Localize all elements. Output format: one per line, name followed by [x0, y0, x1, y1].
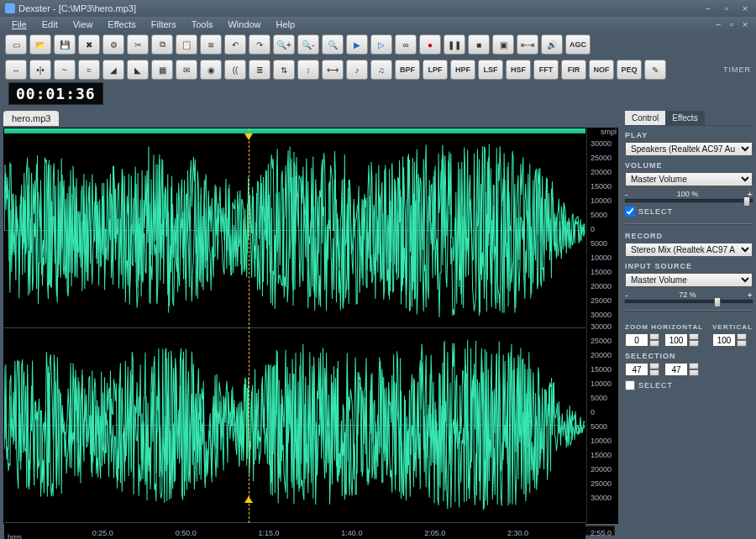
- copy-button[interactable]: ⧉: [151, 34, 173, 55]
- sel-from-down[interactable]: ▼: [649, 369, 659, 376]
- stretch-button[interactable]: ⟷: [322, 60, 344, 80]
- menu-file[interactable]: File: [5, 18, 34, 31]
- equalizer-button[interactable]: ▦: [151, 60, 173, 80]
- agc-button[interactable]: AGC: [565, 34, 591, 55]
- play-loop-button[interactable]: ▷: [370, 34, 392, 55]
- waveform-view[interactable]: hms0:25.00:50.01:15.01:40.02:05.02:30.02…: [3, 128, 586, 524]
- gear-button[interactable]: ⚙: [102, 34, 124, 55]
- menu-filters[interactable]: Filters: [144, 18, 183, 31]
- nof-button[interactable]: NOF: [589, 60, 614, 80]
- wave-red-button[interactable]: ～: [54, 60, 76, 80]
- convert-button[interactable]: ≋: [200, 34, 222, 55]
- menu-effects[interactable]: Effects: [101, 18, 142, 31]
- reverb-button[interactable]: ◉: [200, 60, 222, 80]
- compress-button[interactable]: •|•: [29, 60, 51, 80]
- echo-button[interactable]: ((: [224, 60, 246, 80]
- normalize-button[interactable]: ♪: [346, 60, 368, 80]
- panel-tab-control[interactable]: Control: [625, 111, 665, 125]
- flanger-button[interactable]: ⇅: [273, 60, 295, 80]
- menu-tools[interactable]: Tools: [185, 18, 220, 31]
- sel-to-up[interactable]: ▲: [689, 363, 699, 369]
- delete-button[interactable]: ✖: [78, 34, 100, 55]
- cut-button[interactable]: ✂: [127, 34, 149, 55]
- pitch-button[interactable]: ↕: [297, 60, 319, 80]
- volume-minus[interactable]: -: [625, 189, 628, 199]
- selection-from-input[interactable]: [625, 363, 648, 376]
- menu-edit[interactable]: Edit: [35, 18, 65, 31]
- playhead[interactable]: [249, 128, 249, 523]
- zoom-h-max-input[interactable]: [664, 333, 688, 347]
- zoom-fit-button[interactable]: 🔍: [322, 34, 344, 55]
- pencil-button[interactable]: ✎: [644, 60, 666, 80]
- lsf-button[interactable]: LSF: [478, 60, 503, 80]
- loop-button[interactable]: ∞: [395, 34, 417, 55]
- minimize-button[interactable]: −: [702, 3, 714, 13]
- wave-blue-button[interactable]: ≈: [78, 60, 100, 80]
- zoom-h-min-input[interactable]: [625, 333, 648, 347]
- selection-to-input[interactable]: [664, 363, 688, 376]
- zoom-v-up[interactable]: ▲: [737, 333, 747, 340]
- zoom-h-max-up[interactable]: ▲: [689, 333, 699, 340]
- input-slider[interactable]: [625, 300, 753, 303]
- menu-help[interactable]: Help: [270, 18, 302, 31]
- zoom-h-min-down[interactable]: ▼: [649, 340, 659, 347]
- play-device-select[interactable]: Speakers (Realtek AC97 Au: [625, 142, 753, 156]
- fade-out-button[interactable]: ◣: [127, 60, 149, 80]
- music-button[interactable]: ♫: [370, 60, 392, 80]
- waveform-right-channel[interactable]: [4, 328, 585, 523]
- hsf-label: HSF: [511, 65, 526, 74]
- menu-view[interactable]: View: [66, 18, 100, 31]
- stop-button[interactable]: ■: [468, 34, 490, 55]
- amp-tick: 20000: [591, 282, 618, 290]
- undo-button[interactable]: ↶: [224, 34, 246, 55]
- sel-to-down[interactable]: ▼: [689, 369, 699, 376]
- file-tab[interactable]: hero.mp3: [3, 111, 59, 126]
- stop-end-button[interactable]: ▣: [492, 34, 514, 55]
- waveform-left-channel[interactable]: [4, 133, 585, 328]
- panel-tab-effects[interactable]: Effects: [665, 111, 704, 125]
- zoom-in-button[interactable]: 🔍+: [273, 34, 295, 55]
- new-button[interactable]: ▭: [5, 34, 27, 55]
- paste-button[interactable]: 📋: [176, 34, 197, 55]
- select-sel-checkbox[interactable]: [625, 380, 635, 390]
- volume-slider[interactable]: [625, 199, 753, 202]
- maximize-button[interactable]: ▫: [721, 3, 732, 13]
- record-button[interactable]: ●: [419, 34, 441, 55]
- input-source-select[interactable]: Master Volume: [625, 273, 753, 287]
- select-trim-button[interactable]: 🔊: [541, 34, 563, 55]
- bpf-button[interactable]: BPF: [395, 60, 420, 80]
- fir-button[interactable]: FIR: [561, 60, 586, 80]
- zoom-out-button[interactable]: 🔍-: [297, 34, 319, 55]
- hpf-button[interactable]: HPF: [450, 60, 475, 80]
- close-button[interactable]: ×: [739, 3, 751, 13]
- expand-button[interactable]: ↔: [5, 60, 27, 80]
- volume-select[interactable]: Master Volume: [625, 172, 753, 186]
- hsf-button[interactable]: HSF: [506, 60, 531, 80]
- input-minus[interactable]: -: [625, 290, 628, 300]
- zoom-v-input[interactable]: [712, 333, 736, 347]
- menu-window[interactable]: Window: [221, 18, 267, 31]
- zoom-v-down[interactable]: ▼: [737, 340, 747, 347]
- envelope-button[interactable]: ✉: [176, 60, 197, 80]
- select-play-checkbox[interactable]: [625, 207, 635, 217]
- time-ruler[interactable]: hms0:25.00:50.01:15.01:40.02:05.02:30.02…: [4, 523, 585, 539]
- chorus-button[interactable]: ≣: [249, 60, 270, 80]
- open-button[interactable]: 📂: [29, 34, 51, 55]
- zoom-h-max-down[interactable]: ▼: [689, 340, 699, 347]
- sel-from-up[interactable]: ▲: [649, 363, 659, 369]
- redo-button[interactable]: ↷: [249, 34, 270, 55]
- play-button[interactable]: ▶: [346, 34, 368, 55]
- child-minimize-button[interactable]: −: [712, 19, 724, 29]
- lpf-button[interactable]: LPF: [423, 60, 448, 80]
- zoom-h-min-up[interactable]: ▲: [649, 333, 659, 340]
- save-button[interactable]: 💾: [54, 34, 76, 55]
- peq-button[interactable]: PEQ: [617, 60, 642, 80]
- child-restore-button[interactable]: ▫: [726, 19, 738, 29]
- input-plus[interactable]: +: [748, 290, 753, 300]
- select-all-button[interactable]: ⇤⇥: [517, 34, 538, 55]
- record-device-select[interactable]: Stereo Mix (Realtek AC97 A: [625, 243, 753, 257]
- fft-button[interactable]: FFT: [533, 60, 559, 80]
- pause-button[interactable]: ❚❚: [444, 34, 465, 55]
- fade-in-button[interactable]: ◢: [102, 60, 124, 80]
- child-close-button[interactable]: ×: [739, 19, 751, 29]
